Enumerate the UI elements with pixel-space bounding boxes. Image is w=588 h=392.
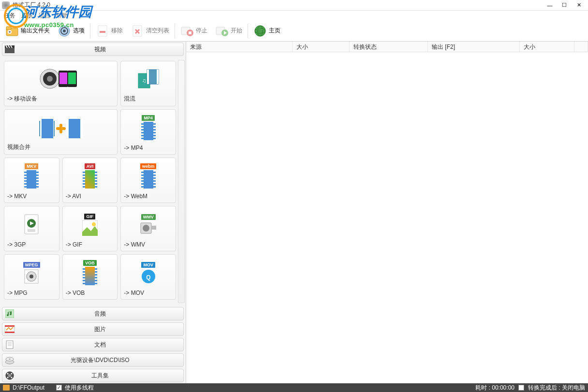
remove-button[interactable]: 移除 bbox=[92, 23, 126, 39]
toolbar: 输出文件夹 选项 移除 清空列表 停止 开始 主页 bbox=[0, 20, 588, 42]
maximize-button[interactable]: ☐ bbox=[557, 0, 572, 10]
menu-skin[interactable]: 皮肤 bbox=[21, 12, 33, 20]
tile-mp4[interactable]: MP4 -> MP4 bbox=[120, 109, 176, 155]
svg-rect-18 bbox=[5, 47, 15, 53]
category-audio[interactable]: 音频 bbox=[2, 307, 184, 320]
clear-icon bbox=[131, 24, 144, 38]
options-button[interactable]: 选项 bbox=[54, 23, 88, 39]
stop-label: 停止 bbox=[196, 27, 207, 35]
options-label: 选项 bbox=[73, 27, 85, 35]
category-document[interactable]: 文档 bbox=[2, 338, 184, 351]
play-icon bbox=[215, 24, 229, 38]
col-status[interactable]: 转换状态 bbox=[350, 42, 428, 52]
audio-icon bbox=[4, 308, 15, 319]
svg-point-22 bbox=[47, 76, 53, 82]
separator bbox=[175, 24, 175, 38]
clear-list-label: 清空列表 bbox=[146, 27, 169, 35]
svg-point-6 bbox=[63, 29, 66, 32]
col-spacer bbox=[574, 42, 588, 52]
webm-icon: webm bbox=[124, 161, 173, 191]
window-title: 格式工厂 4.2.0 bbox=[13, 1, 543, 9]
tile-video-merge[interactable]: 视频合并 bbox=[4, 109, 118, 155]
category-document-label: 文档 bbox=[17, 341, 183, 349]
svg-point-15 bbox=[255, 26, 265, 36]
tile-mobile-device[interactable]: -> 移动设备 bbox=[4, 61, 118, 106]
start-button[interactable]: 开始 bbox=[212, 23, 246, 39]
menu-task[interactable]: 任务 bbox=[4, 12, 15, 20]
task-table-header: 来源 大小 转换状态 输出 [F2] 大小 bbox=[186, 42, 588, 52]
svg-rect-24 bbox=[59, 73, 67, 84]
tile-wmv[interactable]: WMV -> WMV bbox=[120, 206, 176, 251]
tile-mpg[interactable]: MPEG -> MPG bbox=[4, 254, 59, 300]
gp3-icon bbox=[7, 209, 56, 239]
homepage-label: 主页 bbox=[269, 27, 280, 35]
svg-rect-38 bbox=[66, 119, 69, 138]
svg-text:♫: ♫ bbox=[142, 77, 146, 84]
video-clapper-icon bbox=[4, 44, 15, 55]
after-convert-checkbox[interactable] bbox=[518, 385, 524, 391]
tile-mux[interactable]: ♫ 混流 bbox=[120, 61, 176, 106]
stop-icon bbox=[180, 24, 194, 38]
svg-point-46 bbox=[143, 225, 149, 232]
svg-point-65 bbox=[8, 374, 11, 377]
tile-3gp-label: -> 3GP bbox=[7, 239, 56, 248]
tile-merge-label: 视频合并 bbox=[7, 141, 114, 151]
col-source[interactable]: 来源 bbox=[186, 42, 293, 52]
after-convert-label: 转换完成后 : 关闭电脑 bbox=[528, 384, 585, 392]
tile-mov[interactable]: MOV Q -> MOV bbox=[120, 254, 176, 300]
menu-help[interactable]: 帮助 bbox=[56, 12, 68, 20]
tile-mkv-label: -> MKV bbox=[7, 191, 56, 200]
tile-webm[interactable]: webm -> WebM bbox=[120, 158, 176, 203]
multithread-checkbox[interactable]: ✓ bbox=[56, 385, 62, 391]
app-icon bbox=[2, 1, 10, 9]
tile-mp4-label: -> MP4 bbox=[124, 143, 173, 151]
tile-vob-label: -> VOB bbox=[66, 288, 115, 296]
category-picture[interactable]: 图片 bbox=[2, 322, 184, 336]
svg-rect-32 bbox=[39, 119, 56, 138]
mkv-icon: MKV bbox=[7, 161, 56, 191]
tile-vob[interactable]: VOB -> VOB bbox=[62, 254, 118, 300]
tile-3gp[interactable]: -> 3GP bbox=[4, 206, 59, 251]
avi-icon: AVI bbox=[66, 161, 115, 191]
menu-language[interactable]: 语言 bbox=[39, 12, 50, 20]
homepage-button[interactable]: 主页 bbox=[250, 23, 284, 39]
category-toolset-label: 工具集 bbox=[17, 372, 183, 380]
close-button[interactable]: ✕ bbox=[572, 0, 586, 10]
multithread-label: 使用多线程 bbox=[65, 384, 94, 392]
separator bbox=[90, 24, 90, 38]
svg-rect-8 bbox=[100, 31, 105, 33]
clear-list-button[interactable]: 清空列表 bbox=[127, 23, 173, 39]
scrollbar[interactable] bbox=[178, 60, 185, 303]
mpg-icon: MPEG bbox=[7, 258, 56, 288]
vob-icon: VOB bbox=[66, 258, 115, 288]
task-table-body[interactable] bbox=[186, 52, 588, 383]
tile-mov-label: -> MOV bbox=[124, 288, 173, 296]
svg-point-63 bbox=[9, 359, 11, 360]
category-toolset[interactable]: 工具集 bbox=[2, 369, 184, 382]
col-size2[interactable]: 大小 bbox=[520, 42, 574, 52]
picture-icon bbox=[4, 324, 15, 334]
tile-mkv[interactable]: MKV -> MKV bbox=[4, 158, 59, 203]
separator bbox=[248, 24, 248, 38]
folder-icon[interactable] bbox=[3, 385, 10, 391]
output-folder-button[interactable]: 输出文件夹 bbox=[2, 23, 53, 39]
category-video[interactable]: 视频 bbox=[2, 43, 184, 56]
col-size[interactable]: 大小 bbox=[293, 42, 350, 52]
category-optical[interactable]: 光驱设备\DVD\CD\ISO bbox=[2, 353, 184, 367]
svg-rect-42 bbox=[28, 229, 35, 232]
svg-rect-12 bbox=[189, 31, 191, 34]
tile-mpg-label: -> MPG bbox=[7, 288, 56, 296]
tile-webm-label: -> WebM bbox=[124, 191, 173, 200]
svg-point-67 bbox=[11, 373, 13, 375]
gear-icon bbox=[58, 24, 71, 38]
category-panel: 视频 -> 移动设备 ♫ bbox=[0, 42, 186, 383]
tile-gif[interactable]: GIF -> GIF bbox=[62, 206, 118, 251]
col-output[interactable]: 输出 [F2] bbox=[428, 42, 520, 52]
svg-rect-1 bbox=[6, 27, 11, 29]
svg-rect-26 bbox=[68, 73, 76, 84]
mp4-icon: MP4 bbox=[124, 113, 173, 143]
minimize-button[interactable]: — bbox=[543, 0, 557, 10]
output-path[interactable]: D:\FFOutput bbox=[13, 384, 44, 391]
stop-button[interactable]: 停止 bbox=[177, 23, 211, 39]
tile-avi[interactable]: AVI -> AVI bbox=[62, 158, 118, 203]
